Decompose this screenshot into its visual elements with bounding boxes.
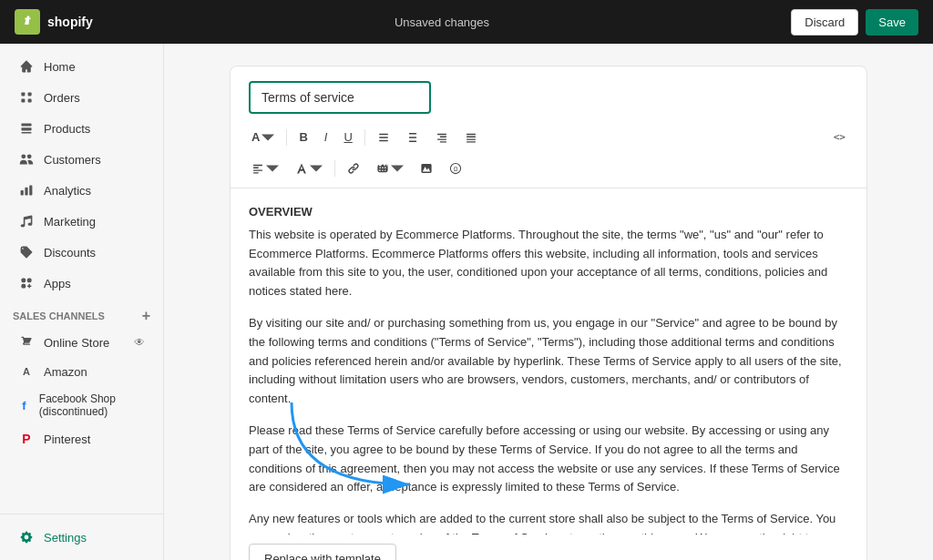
sidebar: Home Orders Products Customers Analytics: [0, 44, 164, 560]
sidebar-item-amazon[interactable]: A Amazon: [5, 358, 158, 385]
font-color-btn[interactable]: [289, 158, 329, 178]
toolbar-row-2: Ω: [245, 155, 852, 182]
replace-with-template-button[interactable]: Replace with template: [249, 544, 396, 560]
apps-label: Apps: [44, 277, 71, 290]
bold-btn[interactable]: B: [292, 127, 313, 148]
sidebar-item-analytics[interactable]: Analytics: [5, 176, 158, 205]
font-btn[interactable]: A: [245, 127, 281, 148]
customers-icon: [18, 151, 35, 168]
sidebar-item-pinterest[interactable]: P Pinterest: [5, 425, 158, 453]
paragraph-1: This website is operated by Ecommerce Pl…: [249, 226, 848, 301]
save-button[interactable]: Save: [866, 9, 918, 36]
settings-label: Settings: [44, 531, 87, 545]
sep-1: [286, 129, 287, 146]
editor-content[interactable]: OVERVIEW This website is operated by Eco…: [231, 188, 866, 535]
sidebar-item-apps[interactable]: Apps: [5, 269, 158, 298]
sales-channels-section: SALES CHANNELS +: [0, 299, 163, 328]
sidebar-item-online-store[interactable]: Online Store 👁: [5, 329, 158, 356]
sidebar-item-products[interactable]: Products: [5, 114, 158, 143]
sidebar-item-customers[interactable]: Customers: [5, 145, 158, 174]
underline-btn[interactable]: U: [337, 127, 358, 148]
paragraph-3: Please read these Terms of Service caref…: [249, 422, 848, 497]
italic-btn[interactable]: I: [318, 127, 334, 148]
tos-title-input[interactable]: [249, 81, 431, 114]
orders-label: Orders: [44, 91, 80, 105]
list-unordered-btn[interactable]: [371, 127, 396, 148]
code-btn[interactable]: <>: [827, 127, 852, 147]
sep-2: [364, 129, 365, 146]
paragraph-2: By visiting our site and/ or purchasing …: [249, 314, 848, 409]
toolbar-row-1: A B I U: [245, 123, 852, 151]
special-char-btn[interactable]: Ω: [443, 158, 468, 178]
sidebar-item-orders[interactable]: Orders: [5, 83, 158, 112]
sidebar-item-discounts[interactable]: Discounts: [5, 238, 158, 267]
sidebar-item-settings[interactable]: Settings: [5, 523, 158, 552]
link-btn[interactable]: [341, 158, 366, 178]
sidebar-item-facebook-shop[interactable]: f Facebook Shop (discontinued): [5, 387, 158, 423]
sidebar-item-home[interactable]: Home: [5, 52, 158, 81]
svg-rect-0: [21, 92, 25, 96]
analytics-icon: [18, 182, 35, 199]
svg-text:Ω: Ω: [454, 166, 458, 172]
marketing-label: Marketing: [44, 215, 96, 229]
shopify-logo-icon: [15, 9, 40, 35]
settings-icon: [18, 529, 35, 545]
pinterest-label: Pinterest: [44, 433, 90, 446]
svg-rect-2: [21, 99, 25, 103]
amazon-label: Amazon: [44, 365, 87, 379]
topbar-actions: Discard Save: [791, 9, 918, 36]
online-store-label: Online Store: [44, 336, 109, 350]
svg-rect-1: [28, 92, 32, 96]
online-store-icon: [18, 334, 35, 351]
products-icon: [18, 120, 35, 137]
sep-3: [334, 160, 335, 177]
marketing-icon: [18, 213, 35, 229]
eye-icon[interactable]: 👁: [134, 336, 145, 349]
layout: Home Orders Products Customers Analytics: [0, 44, 933, 560]
facebook-left: f Facebook Shop (discontinued): [18, 392, 145, 418]
unsaved-label: Unsaved changes: [395, 15, 489, 29]
list-ordered-btn[interactable]: [400, 127, 425, 148]
pinterest-icon: P: [18, 431, 35, 447]
editor-toolbar: A B I U: [231, 114, 866, 188]
amazon-icon: A: [18, 363, 35, 380]
orders-icon: [18, 89, 35, 106]
shopify-logo: shopify: [15, 9, 93, 35]
home-icon: [18, 58, 35, 75]
align-btn[interactable]: [245, 158, 285, 178]
indent-btn[interactable]: [429, 127, 455, 148]
tos-header: [231, 66, 866, 114]
main-content: A B I U: [164, 44, 933, 560]
pinterest-left: P Pinterest: [18, 431, 90, 447]
products-label: Products: [44, 122, 90, 136]
logo-text: shopify: [47, 15, 93, 29]
outdent-btn[interactable]: [458, 127, 484, 148]
home-label: Home: [44, 60, 76, 74]
apps-icon: [18, 275, 35, 291]
facebook-icon: f: [18, 397, 30, 413]
overview-heading: OVERVIEW: [249, 203, 848, 222]
table-btn[interactable]: [370, 158, 410, 178]
customers-label: Customers: [44, 153, 101, 167]
topbar-center: Unsaved changes: [108, 15, 777, 29]
paragraph-4: Any new features or tools which are adde…: [249, 510, 848, 535]
amazon-left: A Amazon: [18, 363, 87, 380]
discard-button[interactable]: Discard: [791, 9, 858, 36]
terms-of-service-card: A B I U: [230, 66, 867, 560]
replace-btn-row: Replace with template: [231, 535, 866, 560]
add-channel-icon[interactable]: +: [142, 308, 150, 324]
facebook-label: Facebook Shop (discontinued): [39, 392, 145, 418]
discounts-label: Discounts: [44, 246, 96, 260]
online-store-left: Online Store: [18, 334, 109, 351]
sales-channels-label: SALES CHANNELS: [13, 311, 105, 321]
svg-rect-3: [28, 99, 32, 103]
sidebar-item-marketing[interactable]: Marketing: [5, 207, 158, 236]
analytics-label: Analytics: [44, 184, 91, 198]
discounts-icon: [18, 244, 35, 260]
image-btn[interactable]: [414, 158, 439, 178]
topbar: shopify Unsaved changes Discard Save: [0, 0, 933, 44]
